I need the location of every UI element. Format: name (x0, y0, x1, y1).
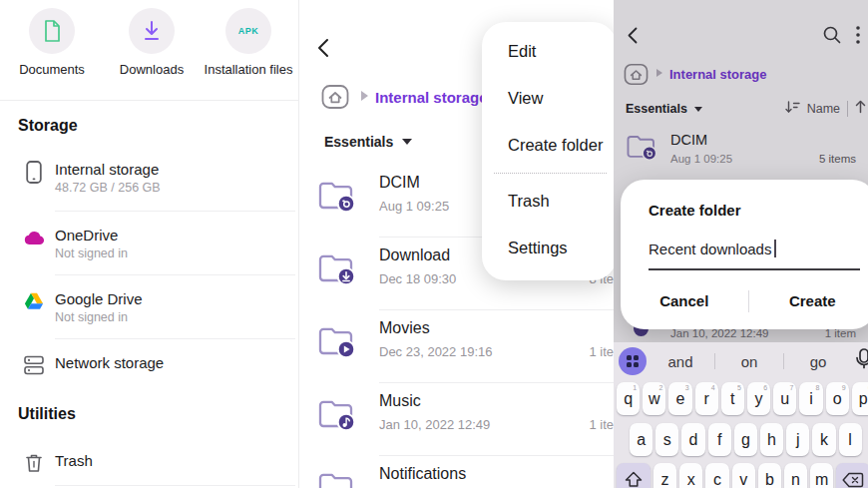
key-h[interactable]: h (760, 423, 783, 456)
row-divider (55, 338, 295, 339)
input-underline (649, 268, 860, 270)
suggestion-on[interactable]: on (715, 353, 783, 370)
nav-label: Internal storage (55, 161, 159, 178)
sidebar: Documents Downloads APK Installation fil… (0, 0, 299, 488)
key-u[interactable]: u7 (773, 382, 796, 415)
mic-icon[interactable] (854, 348, 868, 374)
sidebar-item-internal-storage[interactable]: Internal storage 48.72 GB / 256 GB (0, 160, 299, 210)
key-i[interactable]: i8 (799, 382, 822, 415)
file-date: Aug 1 09:25 (379, 199, 449, 214)
suggestion-bar: and on go (614, 342, 868, 380)
sidebar-item-google-drive[interactable]: Google Drive Not signed in (0, 289, 299, 339)
key-e[interactable]: e3 (668, 382, 691, 415)
key-q[interactable]: q1 (617, 382, 640, 415)
menu-item-settings[interactable]: Settings (482, 225, 617, 271)
shortcut-installation-files[interactable]: APK Installation files (201, 8, 296, 77)
menu-item-view[interactable]: View (482, 75, 617, 122)
suggestion-and[interactable]: and (647, 353, 714, 370)
nav-label: Google Drive (55, 290, 143, 307)
key-s[interactable]: s (655, 423, 678, 456)
menu-divider (494, 173, 607, 174)
folder-icon (317, 324, 357, 362)
key-v[interactable]: v (732, 463, 755, 488)
breadcrumb-arrow-icon (361, 91, 368, 101)
google-drive-icon (22, 289, 46, 313)
key-c[interactable]: c (705, 463, 728, 488)
backspace-key[interactable] (836, 463, 868, 488)
file-count: 1 ite (589, 344, 614, 359)
file-row-notifications[interactable]: Notifications (299, 456, 614, 488)
file-name: Music (379, 392, 421, 410)
key-b[interactable]: b (758, 463, 781, 488)
key-g[interactable]: g (734, 423, 757, 456)
file-row-movies[interactable]: Movies Dec 23, 2022 19:16 1 ite (299, 310, 614, 383)
key-n[interactable]: n (784, 463, 807, 488)
file-row-music[interactable]: Music Jan 10, 2022 12:49 1 ite (299, 383, 614, 456)
create-folder-screen: Internal storage Essentials Name (614, 0, 868, 488)
key-k[interactable]: k (812, 423, 835, 456)
file-count: 1 ite (589, 417, 614, 432)
back-chevron-icon[interactable] (317, 38, 329, 62)
input-value: Recent downloads (649, 241, 771, 257)
key-z[interactable]: z (653, 463, 676, 488)
utilities-section-title: Utilities (18, 405, 76, 423)
file-date: Dec 23, 2022 19:16 (379, 344, 492, 359)
sidebar-item-network-storage[interactable]: Network storage (0, 353, 299, 383)
shortcut-documents[interactable]: Documents (4, 8, 100, 77)
menu-item-create-folder[interactable]: Create folder (482, 122, 617, 169)
nav-sub: 48.72 GB / 256 GB (55, 181, 161, 195)
sidebar-item-onedrive[interactable]: OneDrive Not signed in (0, 226, 299, 275)
nav-label: Network storage (55, 354, 164, 371)
overflow-menu: Edit View Create folder Trash Settings (482, 22, 617, 280)
key-x[interactable]: x (679, 463, 702, 488)
nav-label: Trash (55, 452, 93, 469)
keyboard: and on go q1 w2 e3 r4 t5 y6 u7 i8 o9 p0 (614, 342, 868, 488)
suggestion-go[interactable]: go (784, 353, 852, 370)
dialog-title: Create folder (649, 202, 741, 219)
keyboard-row-2: a s d f g h j k l (614, 423, 862, 456)
menu-item-edit[interactable]: Edit (482, 28, 617, 75)
key-p[interactable]: p0 (852, 382, 868, 415)
filter-label: Essentials (324, 134, 393, 150)
menu-item-trash[interactable]: Trash (482, 178, 617, 225)
shift-key[interactable] (617, 463, 651, 488)
file-date: Dec 18 09:30 (379, 271, 456, 286)
document-icon (29, 8, 75, 54)
key-t[interactable]: t5 (721, 382, 744, 415)
create-button[interactable]: Create (749, 283, 868, 319)
shortcut-downloads[interactable]: Downloads (104, 8, 200, 77)
key-w[interactable]: w2 (643, 382, 665, 415)
download-icon (129, 8, 175, 54)
network-storage-icon (22, 353, 46, 377)
home-folder-icon[interactable] (321, 84, 349, 114)
key-f[interactable]: f (708, 423, 731, 456)
cancel-button[interactable]: Cancel (621, 283, 748, 319)
phone-icon (22, 160, 46, 184)
row-divider (55, 211, 295, 212)
keyboard-grid-icon[interactable] (619, 347, 647, 375)
keyboard-row-1: q1 w2 e3 r4 t5 y6 u7 i8 o9 p0 (614, 382, 868, 415)
key-m[interactable]: m (810, 463, 833, 488)
text-cursor (774, 240, 776, 257)
nav-sub: Not signed in (55, 310, 128, 324)
backspace-icon (842, 472, 864, 488)
key-l[interactable]: l (839, 423, 862, 456)
key-j[interactable]: j (786, 423, 809, 456)
folder-icon (317, 397, 357, 435)
shift-icon (625, 471, 643, 488)
key-d[interactable]: d (681, 423, 704, 456)
keyboard-row-3: z x c v b n m (614, 463, 868, 488)
key-y[interactable]: y6 (747, 382, 770, 415)
trash-icon (22, 451, 46, 475)
key-r[interactable]: r4 (695, 382, 718, 415)
sidebar-item-trash[interactable]: Trash (0, 451, 299, 481)
key-o[interactable]: o9 (826, 382, 849, 415)
shortcut-label: Installation files (201, 62, 296, 77)
folder-name-input[interactable]: Recent downloads (649, 240, 776, 257)
essentials-dropdown[interactable]: Essentials (324, 134, 412, 150)
caret-down-icon (402, 139, 412, 145)
breadcrumb[interactable]: Internal storage (375, 89, 485, 106)
folder-icon (317, 251, 357, 289)
file-list-panel: Internal storage Essentials DCIM Aug 1 0… (299, 0, 614, 488)
key-a[interactable]: a (630, 423, 652, 456)
